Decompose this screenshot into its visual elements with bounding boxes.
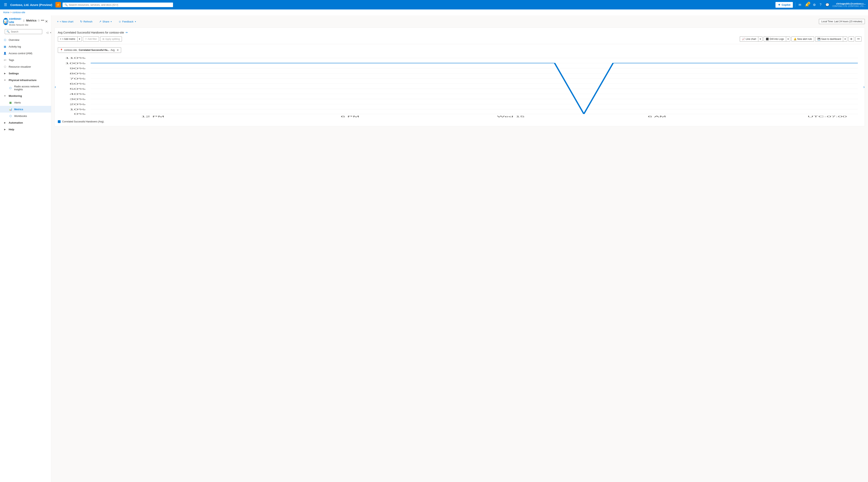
nav-actions: ✦ Copilot ✉ 🔔 1 ⚙ ? 💬 chrisqpublic@conto… bbox=[775, 2, 866, 8]
breadcrumb: Home > contoso-site bbox=[0, 9, 868, 15]
add-metric-button[interactable]: + + Add metric bbox=[58, 36, 77, 41]
sidebar-item-metrics[interactable]: 📊 Metrics bbox=[0, 106, 51, 113]
alerts-icon: ▦ bbox=[9, 101, 12, 104]
svg-text:30%: 30% bbox=[69, 98, 86, 100]
legend-label: Correlated Successful Handovers (Avg). bbox=[62, 120, 104, 123]
sidebar-item-access-control[interactable]: 👤 Access control (IAM) bbox=[0, 50, 51, 57]
save-dashboard-caret-button[interactable]: ▾ bbox=[843, 36, 847, 41]
svg-text:UTC-07:00: UTC-07:00 bbox=[808, 115, 847, 118]
hamburger-menu-icon[interactable]: ☰ bbox=[2, 2, 9, 8]
sidebar-group-settings[interactable]: ▶ Settings bbox=[0, 70, 51, 77]
sidebar-item-label-activity: Activity log bbox=[9, 45, 21, 48]
metrics-icon: 📊 bbox=[9, 107, 12, 111]
svg-text:80%: 80% bbox=[69, 72, 86, 75]
chart-more-button[interactable]: ••• bbox=[856, 36, 862, 41]
global-search-input[interactable] bbox=[69, 3, 171, 6]
chart-settings-button[interactable]: ⚙ bbox=[848, 36, 854, 41]
chart-title: Avg Correlated Successful Handovers for … bbox=[58, 31, 124, 34]
new-chart-button[interactable]: + + New chart bbox=[55, 19, 76, 25]
email-icon[interactable]: ✉ bbox=[798, 2, 802, 7]
copilot-icon: ✦ bbox=[778, 3, 780, 7]
drill-into-logs-button[interactable]: ⬛ Drill into Logs bbox=[764, 36, 786, 41]
sidebar-item-tags[interactable]: 🏷 Tags bbox=[0, 57, 51, 63]
tags-icon: 🏷 bbox=[3, 58, 7, 62]
svg-text:20%: 20% bbox=[69, 103, 86, 105]
line-chart-button[interactable]: 📈 Line chart bbox=[740, 36, 758, 41]
resource-name[interactable]: contoso-site bbox=[9, 17, 22, 24]
save-dashboard-caret-icon: ▾ bbox=[844, 38, 846, 40]
more-options-icon[interactable]: ••• bbox=[41, 19, 44, 22]
notifications-icon[interactable]: 🔔 1 bbox=[804, 2, 810, 7]
help-expand-icon: ▶ bbox=[3, 128, 7, 131]
nav-back-icon[interactable]: ◁ bbox=[46, 31, 48, 34]
sidebar-search-input[interactable] bbox=[11, 30, 40, 33]
user-info[interactable]: chrisqpublic@contoso.c... CONTOSO, LTD. … bbox=[833, 2, 866, 7]
chart-edit-icon[interactable]: ✏ bbox=[126, 31, 128, 34]
nav-collapse-icon[interactable]: ≪ bbox=[50, 31, 51, 34]
sidebar-group-automation[interactable]: ▶ Automation bbox=[0, 119, 51, 126]
breadcrumb-current[interactable]: contoso-site bbox=[12, 11, 25, 14]
content-toolbar: + + New chart ↻ Refresh ↗ Share ▾ ☺ Feed… bbox=[55, 19, 865, 25]
sidebar-group-help[interactable]: ▶ Help bbox=[0, 126, 51, 133]
svg-text:Wed 15: Wed 15 bbox=[497, 115, 525, 118]
feedback-button[interactable]: ☺ Feedback ▾ bbox=[116, 19, 138, 25]
help-icon[interactable]: ? bbox=[819, 2, 822, 7]
chart-legend: Correlated Successful Handovers (Avg). bbox=[58, 120, 862, 123]
chart-nav-right-icon[interactable]: › bbox=[863, 85, 865, 89]
sidebar-search-box[interactable]: 🔍 bbox=[5, 29, 42, 34]
apply-splitting-button[interactable]: ⊞ Apply splitting bbox=[100, 36, 122, 41]
app-title: Contoso, Ltd. Azure (Preview) bbox=[10, 3, 52, 6]
svg-text:110%: 110% bbox=[65, 57, 86, 59]
sidebar-item-label-workbooks: Workbooks bbox=[14, 115, 27, 118]
sidebar-group-monitoring[interactable]: ▼ Monitoring bbox=[0, 92, 51, 99]
sidebar-group-physical-infrastructure[interactable]: ▼ Physical infrastructure bbox=[0, 77, 51, 84]
feedback-icon: ☺ bbox=[118, 20, 121, 23]
chart-nav-left-icon[interactable]: ‹ bbox=[55, 85, 56, 89]
sidebar-item-overview[interactable]: ⬡ Overview bbox=[0, 36, 51, 43]
metric-pin-icon: 📍 bbox=[60, 49, 63, 52]
sidebar-item-alerts[interactable]: ▦ Alerts bbox=[0, 99, 51, 106]
top-navigation: ☰ Contoso, Ltd. Azure (Preview) ⚡ 🔍 ✦ Co… bbox=[0, 0, 868, 9]
copilot-button[interactable]: ✦ Copilot bbox=[775, 2, 793, 8]
svg-text:50%: 50% bbox=[69, 88, 86, 90]
workbooks-icon: ⬡ bbox=[9, 114, 12, 118]
sidebar-group-label-monitoring: Monitoring bbox=[9, 94, 22, 97]
refresh-button[interactable]: ↻ Refresh bbox=[78, 19, 95, 25]
alert-rule-icon: 🔔 bbox=[794, 38, 797, 40]
global-search-bar[interactable]: 🔍 bbox=[63, 3, 173, 7]
sidebar-item-resource-visualizer[interactable]: ⬡ Resource visualizer bbox=[0, 63, 51, 70]
save-to-dashboard-button[interactable]: 💾 Save to dashboard bbox=[815, 36, 843, 41]
sidebar-search-icon: 🔍 bbox=[6, 30, 10, 33]
metric-tag: 📍 contoso-site, Correlated Successful Ha… bbox=[58, 47, 121, 53]
feedback-icon[interactable]: 💬 bbox=[825, 2, 830, 7]
sidebar-group-label-automation: Automation bbox=[9, 121, 23, 124]
new-alert-rule-button[interactable]: 🔔 New alert rule bbox=[792, 36, 814, 41]
svg-text:12 PM: 12 PM bbox=[141, 115, 164, 118]
apply-splitting-icon: ⊞ bbox=[102, 38, 104, 40]
chart-title-row: Avg Correlated Successful Handovers for … bbox=[58, 31, 862, 34]
sidebar-item-radio-access[interactable]: ⬡ Radio access network insights bbox=[0, 84, 51, 92]
sidebar-group-label-physical: Physical infrastructure bbox=[9, 79, 36, 82]
sidebar-item-activity-log[interactable]: ▦ Activity log bbox=[0, 43, 51, 50]
metric-name: Correlated Successful Ha... bbox=[79, 49, 109, 52]
share-button[interactable]: ↗ Share ▾ bbox=[96, 19, 114, 25]
breadcrumb-home[interactable]: Home bbox=[3, 11, 9, 14]
metric-tag-close-icon[interactable]: ✕ bbox=[117, 49, 119, 52]
sidebar-item-workbooks[interactable]: ⬡ Workbooks bbox=[0, 113, 51, 119]
refresh-icon: ↻ bbox=[80, 20, 83, 23]
favorite-star-icon[interactable]: ☆ bbox=[37, 19, 40, 22]
page-title: Metrics bbox=[26, 19, 37, 22]
line-chart-caret-button[interactable]: ▾ bbox=[758, 36, 763, 41]
settings-icon[interactable]: ⚙ bbox=[812, 2, 816, 7]
add-metric-caret-icon: ▾ bbox=[79, 38, 80, 40]
main-layout: 📊 contoso-site | Metrics ☆ ••• Mobile Ne… bbox=[0, 15, 868, 482]
add-metric-caret-button[interactable]: ▾ bbox=[77, 36, 82, 41]
sidebar-close-icon[interactable]: ✕ bbox=[45, 19, 48, 24]
drill-logs-caret-button[interactable]: ▾ bbox=[786, 36, 790, 41]
time-range-button[interactable]: Local Time: Last 24 hours (15 minutes) bbox=[819, 19, 865, 24]
add-filter-button[interactable]: ▽ Add filter bbox=[83, 36, 99, 41]
sidebar: 📊 contoso-site | Metrics ☆ ••• Mobile Ne… bbox=[0, 15, 51, 482]
metrics-chart: .grid-line { stroke: #e0e0e0; stroke-wid… bbox=[58, 55, 862, 118]
chart-toolbar: + + Add metric ▾ ▽ Add filter ⊞ Apply sp… bbox=[58, 36, 862, 44]
save-dashboard-icon: 💾 bbox=[817, 38, 820, 40]
